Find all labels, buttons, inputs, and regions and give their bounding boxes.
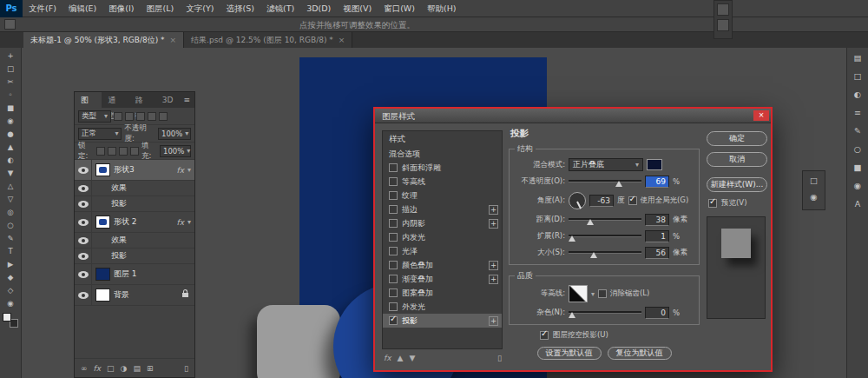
- tab-close-icon[interactable]: ×: [170, 32, 177, 48]
- dodge-tool-icon[interactable]: ○: [1, 219, 20, 232]
- effects-label[interactable]: 效果: [111, 235, 127, 246]
- filter-shape-icon[interactable]: [148, 112, 156, 121]
- angle-value[interactable]: -63: [589, 195, 614, 207]
- reset-default-button[interactable]: 复位为默认值: [608, 347, 672, 360]
- workspace-switcher-icon[interactable]: [717, 3, 729, 16]
- mini-panel-icon-1[interactable]: □: [807, 175, 821, 187]
- ok-button[interactable]: 确定: [707, 131, 767, 146]
- filter-kind-dropdown[interactable]: 类型 ▾: [78, 110, 111, 123]
- foreground-color-swatch[interactable]: [3, 313, 11, 322]
- delete-effect-icon[interactable]: ▯: [497, 354, 502, 362]
- menu-filter[interactable]: 滤镜(T): [260, 0, 300, 17]
- layer-effects-row[interactable]: 效果: [75, 233, 194, 249]
- add-effect-icon[interactable]: +: [489, 261, 498, 270]
- checkbox[interactable]: [389, 275, 398, 283]
- checkbox[interactable]: [389, 219, 398, 228]
- visibility-eye-icon[interactable]: [78, 237, 89, 244]
- checkbox[interactable]: [389, 261, 398, 269]
- shape-tool-icon[interactable]: ◆: [1, 271, 20, 284]
- layer-name[interactable]: 形状 2: [114, 216, 137, 228]
- lock-all-icon[interactable]: [130, 147, 139, 156]
- eyedropper-tool-icon[interactable]: ◉: [1, 115, 20, 128]
- document-tab-untitled[interactable]: 未标题-1 @ 50% (形状3, RGB/8位) * ×: [23, 32, 184, 48]
- blur-tool-icon[interactable]: ◎: [1, 206, 20, 219]
- layer-effects-row[interactable]: 效果: [75, 181, 194, 196]
- chevron-down-icon[interactable]: ▾: [187, 166, 191, 174]
- style-item-pattern-overlay[interactable]: 图案叠加: [383, 286, 502, 300]
- tab-3d[interactable]: 3D: [156, 92, 180, 108]
- crop-tool-icon[interactable]: ■: [1, 102, 20, 115]
- new-style-button[interactable]: 新建样式(W)...: [707, 177, 767, 192]
- add-effect-icon[interactable]: +: [489, 275, 498, 284]
- blend-mode-dropdown[interactable]: 正常 ▾: [78, 128, 122, 140]
- layer-thumbnail[interactable]: [95, 288, 110, 302]
- slider-thumb[interactable]: [569, 235, 575, 242]
- checkbox[interactable]: [389, 288, 398, 297]
- fx-icon[interactable]: fx: [176, 218, 184, 227]
- marquee-tool-icon[interactable]: □: [1, 63, 20, 76]
- adjustments-panel-icon[interactable]: ◐: [851, 89, 865, 101]
- dialog-title-bar[interactable]: 图层样式 ×: [375, 109, 771, 123]
- fill-dropdown[interactable]: 100% ▾: [160, 145, 191, 157]
- menu-view[interactable]: 视图(V): [337, 0, 378, 17]
- info-panel-icon[interactable]: ◉: [851, 180, 865, 192]
- layer-row-background[interactable]: 背景: [75, 285, 194, 306]
- preview-checkbox[interactable]: ✓: [708, 199, 717, 208]
- document-tab-result[interactable]: 结果.psd @ 12.5% (图层 10, RGB/8) * ×: [184, 32, 352, 48]
- size-value[interactable]: 56: [645, 247, 669, 259]
- layer-name[interactable]: 形状3: [114, 164, 135, 176]
- checkbox[interactable]: [389, 302, 398, 311]
- new-layer-icon[interactable]: ⊞: [147, 364, 154, 373]
- opacity-dropdown[interactable]: 100% ▾: [158, 128, 191, 140]
- styles-panel-icon[interactable]: ✎: [851, 125, 865, 137]
- lock-position-icon[interactable]: [119, 147, 128, 156]
- swatches-panel-icon[interactable]: □: [851, 70, 865, 83]
- checkbox-checked[interactable]: ✓: [389, 316, 398, 325]
- style-item-bevel-emboss[interactable]: 斜面和浮雕: [383, 161, 502, 175]
- visibility-eye-icon[interactable]: [78, 292, 89, 299]
- slider-thumb[interactable]: [587, 219, 594, 225]
- checkbox[interactable]: [389, 191, 398, 200]
- noise-value[interactable]: 0: [645, 307, 669, 319]
- noise-slider[interactable]: [569, 308, 641, 318]
- group-layers-icon[interactable]: ▤: [133, 364, 141, 373]
- visibility-eye-icon[interactable]: [78, 271, 89, 278]
- history-brush-tool-icon[interactable]: ▼: [1, 167, 20, 180]
- menu-image[interactable]: 图像(I): [102, 0, 140, 17]
- tab-channels[interactable]: 通道: [102, 92, 128, 108]
- path-selection-tool-icon[interactable]: ▶: [1, 258, 20, 271]
- history-panel-icon[interactable]: ○: [851, 143, 865, 156]
- slider-thumb[interactable]: [615, 181, 622, 187]
- tab-paths[interactable]: 路径: [129, 92, 156, 108]
- chevron-down-icon[interactable]: ▾: [187, 218, 191, 226]
- opacity-slider[interactable]: [569, 177, 641, 187]
- menu-window[interactable]: 窗口(W): [378, 0, 421, 17]
- dialog-close-icon[interactable]: ×: [753, 110, 769, 121]
- filter-type-icon[interactable]: [136, 112, 145, 121]
- visibility-eye-icon[interactable]: [78, 253, 89, 260]
- drop-shadow-label[interactable]: 投影: [111, 250, 127, 262]
- lock-pixels-icon[interactable]: [108, 147, 116, 156]
- menu-edit[interactable]: 编辑(E): [62, 0, 102, 17]
- contour-picker[interactable]: [569, 285, 588, 302]
- menu-file[interactable]: 文件(F): [23, 0, 62, 17]
- hand-tool-icon[interactable]: ◇: [1, 284, 20, 297]
- filter-smartobject-icon[interactable]: [159, 112, 168, 121]
- move-tool-icon[interactable]: +: [1, 50, 20, 63]
- menu-layer[interactable]: 图层(L): [141, 0, 181, 17]
- libraries-panel-icon[interactable]: ≡: [851, 107, 865, 119]
- visibility-eye-icon[interactable]: [78, 167, 89, 174]
- style-item-inner-shadow[interactable]: 内阴影 +: [383, 216, 502, 230]
- fx-icon[interactable]: fx: [384, 354, 391, 362]
- mini-panel-icon-2[interactable]: ◉: [807, 191, 821, 203]
- size-slider[interactable]: [569, 249, 641, 258]
- link-layers-icon[interactable]: ∞: [81, 364, 88, 373]
- style-item-texture[interactable]: 纹理: [383, 189, 502, 202]
- style-item-blending-options[interactable]: 混合选项: [383, 147, 502, 161]
- set-default-button[interactable]: 设置为默认值: [537, 347, 602, 360]
- spread-value[interactable]: 1: [645, 230, 669, 242]
- style-item-inner-glow[interactable]: 内发光: [383, 230, 502, 244]
- checkbox[interactable]: [389, 163, 398, 172]
- slider-thumb[interactable]: [590, 252, 597, 258]
- properties-panel-icon[interactable]: ■: [851, 162, 865, 174]
